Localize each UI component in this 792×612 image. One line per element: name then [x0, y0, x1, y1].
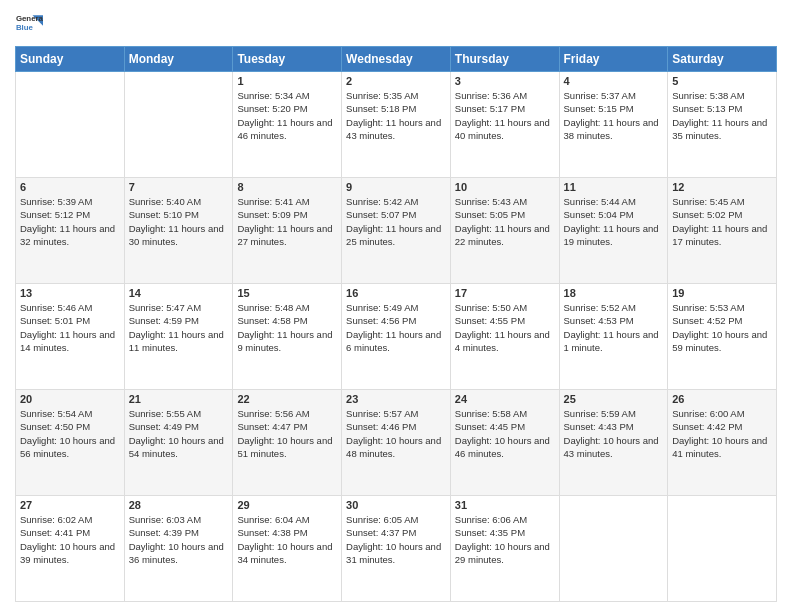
day-number: 6	[20, 181, 120, 193]
calendar-cell: 29 Sunrise: 6:04 AM Sunset: 4:38 PM Dayl…	[233, 496, 342, 602]
daylight-label: Daylight: 10 hours and 51 minutes.	[237, 435, 332, 459]
calendar-cell: 4 Sunrise: 5:37 AM Sunset: 5:15 PM Dayli…	[559, 72, 668, 178]
sunrise-label: Sunrise: 5:41 AM	[237, 196, 309, 207]
calendar-cell: 15 Sunrise: 5:48 AM Sunset: 4:58 PM Dayl…	[233, 284, 342, 390]
sunset-label: Sunset: 5:10 PM	[129, 209, 199, 220]
weekday-header-thursday: Thursday	[450, 47, 559, 72]
daylight-label: Daylight: 11 hours and 30 minutes.	[129, 223, 224, 247]
calendar-table: SundayMondayTuesdayWednesdayThursdayFrid…	[15, 46, 777, 602]
sunrise-label: Sunrise: 5:37 AM	[564, 90, 636, 101]
sunrise-label: Sunrise: 5:54 AM	[20, 408, 92, 419]
calendar-week-4: 20 Sunrise: 5:54 AM Sunset: 4:50 PM Dayl…	[16, 390, 777, 496]
logo: General Blue	[15, 10, 43, 38]
calendar-week-5: 27 Sunrise: 6:02 AM Sunset: 4:41 PM Dayl…	[16, 496, 777, 602]
daylight-label: Daylight: 10 hours and 39 minutes.	[20, 541, 115, 565]
sunrise-label: Sunrise: 5:48 AM	[237, 302, 309, 313]
day-info: Sunrise: 5:50 AM Sunset: 4:55 PM Dayligh…	[455, 301, 555, 354]
calendar-cell: 11 Sunrise: 5:44 AM Sunset: 5:04 PM Dayl…	[559, 178, 668, 284]
day-info: Sunrise: 5:54 AM Sunset: 4:50 PM Dayligh…	[20, 407, 120, 460]
daylight-label: Daylight: 10 hours and 56 minutes.	[20, 435, 115, 459]
day-number: 13	[20, 287, 120, 299]
calendar-cell	[124, 72, 233, 178]
sunset-label: Sunset: 5:04 PM	[564, 209, 634, 220]
sunset-label: Sunset: 5:09 PM	[237, 209, 307, 220]
daylight-label: Daylight: 11 hours and 11 minutes.	[129, 329, 224, 353]
sunrise-label: Sunrise: 5:50 AM	[455, 302, 527, 313]
daylight-label: Daylight: 11 hours and 1 minute.	[564, 329, 659, 353]
calendar-cell: 28 Sunrise: 6:03 AM Sunset: 4:39 PM Dayl…	[124, 496, 233, 602]
day-number: 10	[455, 181, 555, 193]
sunrise-label: Sunrise: 6:05 AM	[346, 514, 418, 525]
sunset-label: Sunset: 4:47 PM	[237, 421, 307, 432]
calendar-cell: 3 Sunrise: 5:36 AM Sunset: 5:17 PM Dayli…	[450, 72, 559, 178]
sunset-label: Sunset: 4:37 PM	[346, 527, 416, 538]
day-info: Sunrise: 6:02 AM Sunset: 4:41 PM Dayligh…	[20, 513, 120, 566]
calendar-cell: 27 Sunrise: 6:02 AM Sunset: 4:41 PM Dayl…	[16, 496, 125, 602]
day-info: Sunrise: 5:35 AM Sunset: 5:18 PM Dayligh…	[346, 89, 446, 142]
logo-icon: General Blue	[15, 10, 43, 38]
svg-text:General: General	[16, 14, 43, 23]
day-info: Sunrise: 5:57 AM Sunset: 4:46 PM Dayligh…	[346, 407, 446, 460]
sunset-label: Sunset: 4:41 PM	[20, 527, 90, 538]
sunset-label: Sunset: 4:35 PM	[455, 527, 525, 538]
day-number: 16	[346, 287, 446, 299]
sunset-label: Sunset: 4:58 PM	[237, 315, 307, 326]
sunset-label: Sunset: 4:38 PM	[237, 527, 307, 538]
calendar-cell: 6 Sunrise: 5:39 AM Sunset: 5:12 PM Dayli…	[16, 178, 125, 284]
day-info: Sunrise: 5:37 AM Sunset: 5:15 PM Dayligh…	[564, 89, 664, 142]
day-number: 3	[455, 75, 555, 87]
daylight-label: Daylight: 11 hours and 35 minutes.	[672, 117, 767, 141]
calendar-cell: 31 Sunrise: 6:06 AM Sunset: 4:35 PM Dayl…	[450, 496, 559, 602]
daylight-label: Daylight: 11 hours and 19 minutes.	[564, 223, 659, 247]
calendar-cell: 1 Sunrise: 5:34 AM Sunset: 5:20 PM Dayli…	[233, 72, 342, 178]
calendar-week-1: 1 Sunrise: 5:34 AM Sunset: 5:20 PM Dayli…	[16, 72, 777, 178]
sunrise-label: Sunrise: 5:47 AM	[129, 302, 201, 313]
weekday-header-wednesday: Wednesday	[342, 47, 451, 72]
daylight-label: Daylight: 10 hours and 41 minutes.	[672, 435, 767, 459]
day-info: Sunrise: 5:55 AM Sunset: 4:49 PM Dayligh…	[129, 407, 229, 460]
daylight-label: Daylight: 10 hours and 36 minutes.	[129, 541, 224, 565]
daylight-label: Daylight: 11 hours and 25 minutes.	[346, 223, 441, 247]
sunset-label: Sunset: 5:20 PM	[237, 103, 307, 114]
calendar-cell	[559, 496, 668, 602]
day-info: Sunrise: 5:41 AM Sunset: 5:09 PM Dayligh…	[237, 195, 337, 248]
sunset-label: Sunset: 5:15 PM	[564, 103, 634, 114]
day-number: 30	[346, 499, 446, 511]
calendar-cell: 7 Sunrise: 5:40 AM Sunset: 5:10 PM Dayli…	[124, 178, 233, 284]
svg-text:Blue: Blue	[16, 23, 34, 32]
sunrise-label: Sunrise: 5:45 AM	[672, 196, 744, 207]
calendar-cell: 24 Sunrise: 5:58 AM Sunset: 4:45 PM Dayl…	[450, 390, 559, 496]
daylight-label: Daylight: 11 hours and 22 minutes.	[455, 223, 550, 247]
calendar-cell: 17 Sunrise: 5:50 AM Sunset: 4:55 PM Dayl…	[450, 284, 559, 390]
sunset-label: Sunset: 5:18 PM	[346, 103, 416, 114]
daylight-label: Daylight: 10 hours and 31 minutes.	[346, 541, 441, 565]
sunset-label: Sunset: 4:39 PM	[129, 527, 199, 538]
calendar-cell: 21 Sunrise: 5:55 AM Sunset: 4:49 PM Dayl…	[124, 390, 233, 496]
sunrise-label: Sunrise: 5:43 AM	[455, 196, 527, 207]
day-info: Sunrise: 5:36 AM Sunset: 5:17 PM Dayligh…	[455, 89, 555, 142]
calendar-cell: 18 Sunrise: 5:52 AM Sunset: 4:53 PM Dayl…	[559, 284, 668, 390]
sunset-label: Sunset: 4:55 PM	[455, 315, 525, 326]
daylight-label: Daylight: 11 hours and 38 minutes.	[564, 117, 659, 141]
daylight-label: Daylight: 11 hours and 40 minutes.	[455, 117, 550, 141]
day-number: 22	[237, 393, 337, 405]
calendar-cell	[668, 496, 777, 602]
daylight-label: Daylight: 11 hours and 32 minutes.	[20, 223, 115, 247]
calendar-cell: 2 Sunrise: 5:35 AM Sunset: 5:18 PM Dayli…	[342, 72, 451, 178]
sunrise-label: Sunrise: 6:00 AM	[672, 408, 744, 419]
day-number: 31	[455, 499, 555, 511]
calendar-cell: 10 Sunrise: 5:43 AM Sunset: 5:05 PM Dayl…	[450, 178, 559, 284]
day-info: Sunrise: 6:06 AM Sunset: 4:35 PM Dayligh…	[455, 513, 555, 566]
sunrise-label: Sunrise: 5:55 AM	[129, 408, 201, 419]
calendar-week-2: 6 Sunrise: 5:39 AM Sunset: 5:12 PM Dayli…	[16, 178, 777, 284]
calendar-cell: 12 Sunrise: 5:45 AM Sunset: 5:02 PM Dayl…	[668, 178, 777, 284]
day-number: 9	[346, 181, 446, 193]
sunset-label: Sunset: 4:50 PM	[20, 421, 90, 432]
sunset-label: Sunset: 5:13 PM	[672, 103, 742, 114]
calendar-cell: 5 Sunrise: 5:38 AM Sunset: 5:13 PM Dayli…	[668, 72, 777, 178]
day-number: 12	[672, 181, 772, 193]
weekday-header-row: SundayMondayTuesdayWednesdayThursdayFrid…	[16, 47, 777, 72]
day-number: 19	[672, 287, 772, 299]
day-number: 25	[564, 393, 664, 405]
sunset-label: Sunset: 4:49 PM	[129, 421, 199, 432]
